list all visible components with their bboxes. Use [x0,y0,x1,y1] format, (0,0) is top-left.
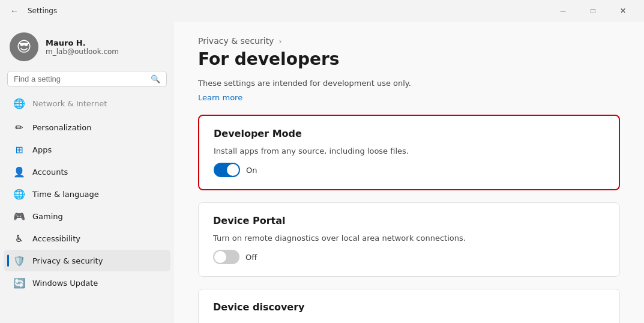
sidebar-item-apps[interactable]: ⊞ Apps [4,139,170,160]
app-title: Settings [28,7,57,15]
device-portal-title: Device Portal [213,215,605,226]
user-info: Mauro H. m_lab@outlook.com [46,38,119,56]
device-portal-toggle-label: Off [245,253,257,262]
user-email: m_lab@outlook.com [46,47,119,56]
learn-more-link[interactable]: Learn more [198,93,242,102]
developer-mode-description: Install apps from any source, including … [214,146,604,155]
accessibility-icon: ♿ [13,232,25,244]
developer-mode-toggle[interactable] [214,163,240,177]
sidebar: 😎 Mauro H. m_lab@outlook.com 🔍 🌐 Network… [0,22,174,323]
search-box[interactable]: 🔍 [7,71,167,87]
search-input[interactable] [14,74,146,83]
page-description: These settings are intended for developm… [198,79,620,88]
maximize-button[interactable]: □ [579,2,607,20]
gaming-icon: 🎮 [13,210,25,222]
sidebar-item-privacy-security[interactable]: 🛡️ Privacy & security [4,250,170,271]
developer-mode-title: Developer Mode [214,128,604,139]
content-area: Privacy & security › For developers Thes… [174,22,644,323]
user-name: Mauro H. [46,38,119,47]
developer-mode-card: Developer Mode Install apps from any sou… [198,115,620,190]
nav-item-network[interactable]: 🌐 Network & Internet [4,92,170,114]
sidebar-item-gaming[interactable]: 🎮 Gaming [4,205,170,227]
device-discovery-card: Device discovery [198,289,620,323]
network-icon: 🌐 [13,97,25,109]
breadcrumb-separator: › [278,37,281,46]
minimize-button[interactable]: ─ [549,2,577,20]
windows-update-icon: 🔄 [13,277,25,289]
page-title: For developers [198,49,620,69]
toggle-thumb-2 [214,251,226,263]
device-portal-description: Turn on remote diagnostics over local ar… [213,234,605,243]
breadcrumb-parent: Privacy & security [198,36,274,46]
avatar-image: 😎 [10,32,38,61]
device-discovery-title: Device discovery [213,301,605,313]
developer-mode-toggle-row: On [214,163,604,177]
sidebar-item-windows-update-label: Windows Update [32,279,98,288]
sidebar-item-accounts[interactable]: 👤 Accounts [4,161,170,183]
nav-item-network-label: Network & Internet [32,99,107,108]
sidebar-item-gaming-label: Gaming [32,212,63,221]
title-bar: ← Settings ─ □ ✕ [0,0,644,22]
sidebar-item-apps-label: Apps [32,145,52,154]
sidebar-item-accessibility[interactable]: ♿ Accessibility [4,228,170,249]
sidebar-item-windows-update[interactable]: 🔄 Windows Update [4,272,170,294]
privacy-security-icon: 🛡️ [13,255,25,267]
personalization-icon: ✏️ [13,121,25,133]
sidebar-item-time-language-label: Time & language [32,190,99,199]
sidebar-item-personalization[interactable]: ✏️ Personalization [4,116,170,138]
toggle-thumb [227,164,239,176]
user-profile: 😎 Mauro H. m_lab@outlook.com [0,26,174,71]
breadcrumb: Privacy & security › [198,36,620,46]
developer-mode-toggle-label: On [246,166,257,175]
nav-section: ✏️ Personalization ⊞ Apps 👤 Accounts 🌐 T… [0,115,174,295]
search-icon: 🔍 [151,74,160,83]
sidebar-item-personalization-label: Personalization [32,123,92,132]
window-controls: ─ □ ✕ [549,2,637,20]
back-button[interactable]: ← [7,4,22,18]
app-body: 😎 Mauro H. m_lab@outlook.com 🔍 🌐 Network… [0,22,644,323]
accounts-icon: 👤 [13,166,25,178]
apps-icon: ⊞ [13,143,25,155]
avatar: 😎 [10,32,38,61]
device-portal-toggle-row: Off [213,250,605,264]
device-portal-toggle[interactable] [213,250,239,264]
sidebar-item-accounts-label: Accounts [32,168,68,177]
close-button[interactable]: ✕ [609,2,637,20]
device-portal-card: Device Portal Turn on remote diagnostics… [198,202,620,277]
time-language-icon: 🌐 [13,188,25,200]
sidebar-item-accessibility-label: Accessibility [32,234,80,243]
sidebar-item-privacy-security-label: Privacy & security [32,256,103,265]
sidebar-item-time-language[interactable]: 🌐 Time & language [4,183,170,205]
